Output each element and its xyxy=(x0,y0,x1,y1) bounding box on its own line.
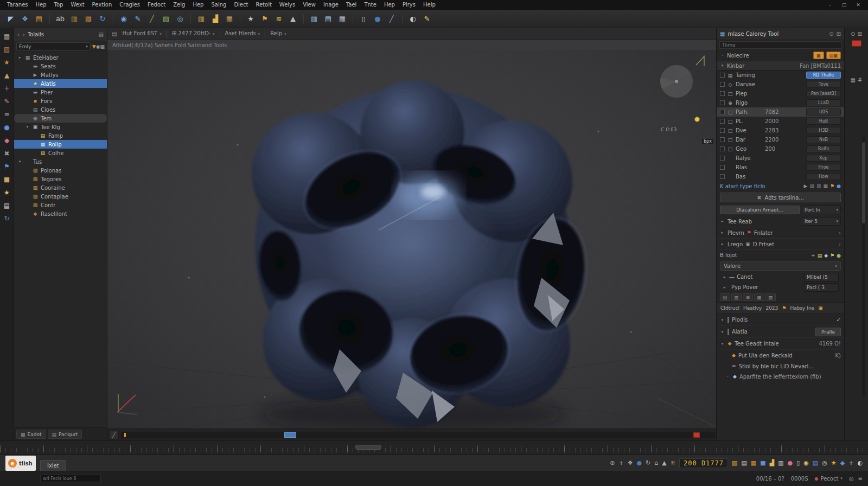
ink-icon[interactable]: ✎ xyxy=(420,12,433,25)
menu-icon[interactable]: ≡ xyxy=(858,476,863,482)
cube-icon[interactable]: ■ xyxy=(760,459,765,466)
property-row[interactable]: ◇ Darvae Tove xyxy=(717,80,844,89)
terrain-tool-icon[interactable]: ▲ xyxy=(4,72,9,79)
property-row[interactable]: Ralye Kep xyxy=(717,154,844,163)
window-control-button[interactable]: ▢ xyxy=(838,0,851,10)
tree-item[interactable]: ▾ ▣ Tee Klg xyxy=(14,123,107,131)
columns-icon[interactable]: ▥ xyxy=(195,12,208,25)
port-select[interactable]: Port In ▾ xyxy=(802,206,841,214)
menu-item[interactable]: Hep xyxy=(189,0,207,10)
display-mode-select[interactable]: Emly ▾ xyxy=(16,42,91,50)
viewport-menu-icon[interactable]: ▤ xyxy=(112,31,117,37)
gem-icon[interactable]: ◆ xyxy=(824,253,828,258)
target-icon[interactable]: ◎ xyxy=(849,476,854,482)
property-checkbox[interactable] xyxy=(720,91,725,96)
list-tool-icon[interactable]: ≡ xyxy=(4,111,9,118)
view-orbit-gizmo[interactable] xyxy=(660,65,693,98)
window-control-button[interactable]: – xyxy=(824,0,837,10)
tree-item[interactable]: ▾ Tus xyxy=(14,157,107,166)
valore-dropdown[interactable]: Valore ▾ xyxy=(720,261,841,271)
alatla-section[interactable]: ▾ Alatla Pralle xyxy=(717,326,844,338)
brush-icon[interactable]: ╱ xyxy=(385,12,398,25)
tree-item[interactable]: ▧ Cooraine xyxy=(14,183,107,192)
sync-icon[interactable]: ↻ xyxy=(96,12,109,25)
section-header[interactable]: ▾ Kinbar Fan [BMTa0111 xyxy=(717,61,844,71)
property-checkbox[interactable] xyxy=(720,110,725,114)
dlacaliurn-button[interactable]: Dlacaliurn Amaot... xyxy=(720,206,800,214)
target-icon[interactable]: ⊙ xyxy=(851,31,855,37)
setting-value[interactable]: Pacl ( 3 xyxy=(804,283,839,292)
bake-button[interactable]: ▦ xyxy=(813,52,824,59)
chart-icon[interactable]: ▟ xyxy=(770,459,774,466)
property-checkbox[interactable] xyxy=(720,119,725,124)
tree-item[interactable]: ★ Alatis xyxy=(14,79,107,88)
diag-icon[interactable]: ▧ xyxy=(765,293,776,301)
image-icon[interactable]: ▦ xyxy=(751,459,756,466)
table-icon[interactable]: ▦ xyxy=(223,12,236,25)
menu-item[interactable]: View xyxy=(299,0,320,10)
tree-item[interactable]: ▧ Contr xyxy=(14,201,107,209)
wand-icon[interactable]: ★ xyxy=(244,12,257,25)
menu-item[interactable]: Wext xyxy=(67,0,88,10)
timeline-scrubber-handle[interactable] xyxy=(284,432,296,438)
add-modifier-button[interactable]: ✖ Adts tarslina... xyxy=(720,193,841,202)
status-path-field[interactable]: wd Fecis loue 8 xyxy=(40,475,101,482)
timeline-end-marker[interactable] xyxy=(693,432,700,438)
palette-icon[interactable]: ● xyxy=(788,459,793,466)
property-row[interactable]: □ Dar 2200 NxB xyxy=(717,135,844,144)
plodis-section[interactable]: ▾ Plodis ✓ xyxy=(717,314,844,326)
timeline-tool-icon[interactable]: ╱ xyxy=(109,431,119,439)
start-type-link[interactable]: K atart type tlcln xyxy=(720,183,765,189)
child-item-row[interactable]: ≡ Stiol by ble bic LiD Nevarl... xyxy=(717,361,844,372)
grid-tool-icon[interactable]: ▦ xyxy=(4,33,10,40)
mug-icon[interactable]: ◎ xyxy=(822,459,827,466)
menu-item[interactable]: Diect xyxy=(230,0,252,10)
tree-item[interactable]: ◉ Tem xyxy=(14,114,107,123)
texture-tool-icon[interactable]: ▨ xyxy=(4,46,10,53)
property-value[interactable]: NxB xyxy=(806,136,841,143)
property-row[interactable]: □ Palh. 7082 U0S xyxy=(717,107,844,117)
tree-item[interactable]: ▬ Seats xyxy=(14,62,107,71)
expander-icon[interactable]: ▸ xyxy=(17,55,22,60)
meter-icon[interactable]: ◐ xyxy=(857,459,863,466)
property-value[interactable]: Balfa xyxy=(806,145,841,152)
property-value[interactable]: HaB xyxy=(806,118,841,125)
viewport-3d-canvas[interactable] xyxy=(107,50,716,429)
menu-item[interactable]: Help xyxy=(419,0,439,10)
spark-tool-icon[interactable]: ★ xyxy=(4,59,10,66)
tree-item[interactable]: ▧ Tegores xyxy=(14,175,107,183)
expander-icon[interactable]: ▾ xyxy=(17,159,22,164)
property-checkbox[interactable] xyxy=(720,82,725,87)
align-icon[interactable]: ▲ xyxy=(286,12,299,25)
sphere-tool-icon[interactable]: ● xyxy=(4,124,9,131)
paint-tool-icon[interactable]: + xyxy=(4,85,9,92)
flag-icon[interactable]: ⚑ xyxy=(258,12,271,25)
property-checkbox[interactable] xyxy=(720,100,725,105)
import-icon[interactable]: ▥ xyxy=(68,12,81,25)
gem-tool-icon[interactable]: ◆ xyxy=(4,137,9,144)
wave-icon[interactable]: ≋ xyxy=(671,459,675,466)
menu-item[interactable]: Plrys xyxy=(399,0,419,10)
menu-item[interactable]: Zelg xyxy=(169,0,189,10)
menu-item[interactable]: Cragles xyxy=(116,0,144,10)
back-icon[interactable]: ‹ xyxy=(17,31,20,38)
dot-icon[interactable]: ● xyxy=(837,253,841,258)
tree-item[interactable]: ▤ Colhe xyxy=(14,149,107,157)
forward-icon[interactable]: › xyxy=(22,31,24,38)
record-control[interactable]: ● Pecoct ▾ xyxy=(815,476,843,482)
link-icon[interactable]: ⊙ xyxy=(829,31,833,37)
tab-eadet[interactable]: ▦ Eadet xyxy=(16,430,46,439)
export-icon[interactable]: ▤ xyxy=(33,12,46,25)
breadcrumb-item[interactable]: Hut Ford 6ST▾ xyxy=(117,30,166,37)
expander-icon[interactable]: › xyxy=(720,53,725,57)
menu-item[interactable]: Salng xyxy=(207,0,230,10)
printer-icon[interactable]: ▥ xyxy=(778,459,783,466)
property-value[interactable]: RD Thalle xyxy=(806,72,841,79)
property-value[interactable]: Hroe xyxy=(806,164,841,171)
pin-icon[interactable]: ⊞ xyxy=(837,31,841,37)
search-icon[interactable]: ◎ xyxy=(174,12,187,25)
disk-icon[interactable]: ◆ xyxy=(840,459,845,466)
pen-icon[interactable]: ✎ xyxy=(131,12,144,25)
pin-icon[interactable]: ◉ xyxy=(803,459,809,466)
menu-item[interactable]: Tael xyxy=(342,0,361,10)
